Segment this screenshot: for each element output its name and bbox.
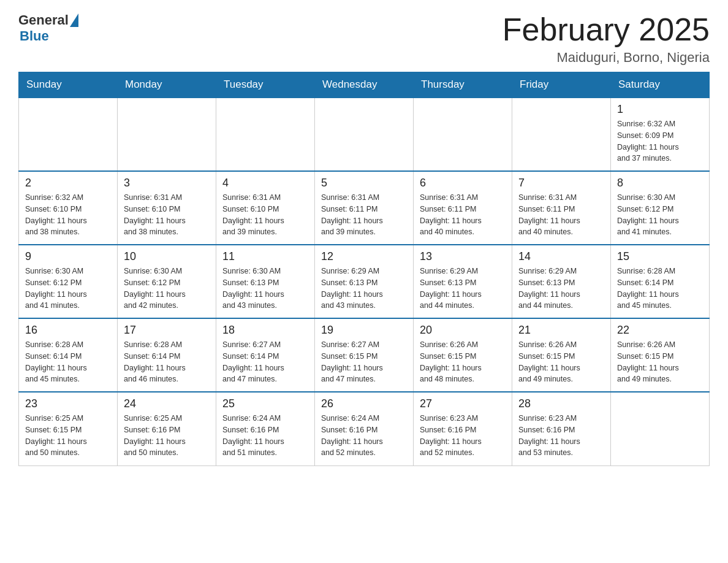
calendar-cell: 28Sunrise: 6:23 AM Sunset: 6:16 PM Dayli… — [512, 392, 611, 465]
day-info: Sunrise: 6:25 AM Sunset: 6:16 PM Dayligh… — [124, 413, 210, 459]
day-number: 6 — [420, 177, 506, 190]
day-number: 18 — [222, 324, 308, 337]
page-header: General Blue February 2025 Maiduguri, Bo… — [18, 12, 710, 66]
weekday-header-tuesday: Tuesday — [216, 72, 315, 98]
day-number: 12 — [321, 250, 407, 263]
day-number: 21 — [518, 324, 604, 337]
weekday-header-saturday: Saturday — [611, 72, 710, 98]
week-row-4: 16Sunrise: 6:28 AM Sunset: 6:14 PM Dayli… — [19, 318, 710, 392]
day-info: Sunrise: 6:27 AM Sunset: 6:15 PM Dayligh… — [321, 339, 407, 385]
weekday-header-thursday: Thursday — [414, 72, 512, 98]
calendar-cell — [512, 98, 611, 171]
calendar-cell: 21Sunrise: 6:26 AM Sunset: 6:15 PM Dayli… — [512, 318, 611, 392]
weekday-header-friday: Friday — [512, 72, 611, 98]
calendar-cell: 19Sunrise: 6:27 AM Sunset: 6:15 PM Dayli… — [315, 318, 414, 392]
month-title: February 2025 — [502, 12, 710, 47]
calendar-cell — [19, 98, 118, 171]
day-info: Sunrise: 6:28 AM Sunset: 6:14 PM Dayligh… — [124, 339, 210, 385]
calendar-cell — [611, 392, 710, 465]
day-number: 10 — [124, 250, 210, 263]
day-info: Sunrise: 6:24 AM Sunset: 6:16 PM Dayligh… — [222, 413, 308, 459]
calendar-cell — [118, 98, 216, 171]
day-info: Sunrise: 6:32 AM Sunset: 6:10 PM Dayligh… — [25, 192, 111, 238]
day-info: Sunrise: 6:23 AM Sunset: 6:16 PM Dayligh… — [518, 413, 604, 459]
day-number: 4 — [222, 177, 308, 190]
day-info: Sunrise: 6:26 AM Sunset: 6:15 PM Dayligh… — [420, 339, 506, 385]
weekday-header-wednesday: Wednesday — [315, 72, 414, 98]
logo-general-text: General — [18, 12, 69, 28]
day-number: 17 — [124, 324, 210, 337]
day-number: 15 — [617, 250, 703, 263]
title-section: February 2025 Maiduguri, Borno, Nigeria — [502, 12, 710, 66]
day-info: Sunrise: 6:28 AM Sunset: 6:14 PM Dayligh… — [617, 266, 703, 312]
day-number: 9 — [25, 250, 111, 263]
week-row-3: 9Sunrise: 6:30 AM Sunset: 6:12 PM Daylig… — [19, 245, 710, 318]
day-info: Sunrise: 6:30 AM Sunset: 6:13 PM Dayligh… — [222, 266, 308, 312]
calendar-cell: 24Sunrise: 6:25 AM Sunset: 6:16 PM Dayli… — [118, 392, 216, 465]
day-info: Sunrise: 6:31 AM Sunset: 6:11 PM Dayligh… — [321, 192, 407, 238]
day-info: Sunrise: 6:31 AM Sunset: 6:10 PM Dayligh… — [124, 192, 210, 238]
day-info: Sunrise: 6:29 AM Sunset: 6:13 PM Dayligh… — [321, 266, 407, 312]
week-row-1: 1Sunrise: 6:32 AM Sunset: 6:09 PM Daylig… — [19, 98, 710, 171]
calendar-cell: 26Sunrise: 6:24 AM Sunset: 6:16 PM Dayli… — [315, 392, 414, 465]
weekday-header-sunday: Sunday — [19, 72, 118, 98]
calendar-cell: 4Sunrise: 6:31 AM Sunset: 6:10 PM Daylig… — [216, 171, 315, 245]
calendar-cell: 15Sunrise: 6:28 AM Sunset: 6:14 PM Dayli… — [611, 245, 710, 318]
calendar-cell: 5Sunrise: 6:31 AM Sunset: 6:11 PM Daylig… — [315, 171, 414, 245]
day-number: 28 — [518, 397, 604, 410]
day-number: 7 — [518, 177, 604, 190]
logo-top: General — [18, 12, 78, 28]
day-number: 11 — [222, 250, 308, 263]
calendar-cell: 17Sunrise: 6:28 AM Sunset: 6:14 PM Dayli… — [118, 318, 216, 392]
day-info: Sunrise: 6:26 AM Sunset: 6:15 PM Dayligh… — [617, 339, 703, 385]
day-number: 3 — [124, 177, 210, 190]
day-info: Sunrise: 6:31 AM Sunset: 6:11 PM Dayligh… — [420, 192, 506, 238]
day-number: 27 — [420, 397, 506, 410]
calendar-header-row: SundayMondayTuesdayWednesdayThursdayFrid… — [19, 72, 710, 98]
calendar-cell — [216, 98, 315, 171]
calendar-cell — [414, 98, 512, 171]
calendar-cell: 6Sunrise: 6:31 AM Sunset: 6:11 PM Daylig… — [414, 171, 512, 245]
day-info: Sunrise: 6:25 AM Sunset: 6:15 PM Dayligh… — [25, 413, 111, 459]
calendar-cell: 22Sunrise: 6:26 AM Sunset: 6:15 PM Dayli… — [611, 318, 710, 392]
day-info: Sunrise: 6:30 AM Sunset: 6:12 PM Dayligh… — [124, 266, 210, 312]
calendar-cell: 13Sunrise: 6:29 AM Sunset: 6:13 PM Dayli… — [414, 245, 512, 318]
calendar-cell — [315, 98, 414, 171]
calendar-cell: 9Sunrise: 6:30 AM Sunset: 6:12 PM Daylig… — [19, 245, 118, 318]
calendar-cell: 25Sunrise: 6:24 AM Sunset: 6:16 PM Dayli… — [216, 392, 315, 465]
calendar-cell: 10Sunrise: 6:30 AM Sunset: 6:12 PM Dayli… — [118, 245, 216, 318]
calendar-cell: 14Sunrise: 6:29 AM Sunset: 6:13 PM Dayli… — [512, 245, 611, 318]
calendar-cell: 11Sunrise: 6:30 AM Sunset: 6:13 PM Dayli… — [216, 245, 315, 318]
calendar-cell: 18Sunrise: 6:27 AM Sunset: 6:14 PM Dayli… — [216, 318, 315, 392]
day-number: 5 — [321, 177, 407, 190]
day-info: Sunrise: 6:26 AM Sunset: 6:15 PM Dayligh… — [518, 339, 604, 385]
day-info: Sunrise: 6:30 AM Sunset: 6:12 PM Dayligh… — [25, 266, 111, 312]
logo-triangle-icon — [70, 13, 78, 27]
location-text: Maiduguri, Borno, Nigeria — [502, 50, 710, 66]
day-info: Sunrise: 6:32 AM Sunset: 6:09 PM Dayligh… — [617, 118, 703, 164]
day-number: 8 — [617, 177, 703, 190]
calendar-cell: 7Sunrise: 6:31 AM Sunset: 6:11 PM Daylig… — [512, 171, 611, 245]
day-number: 2 — [25, 177, 111, 190]
day-info: Sunrise: 6:23 AM Sunset: 6:16 PM Dayligh… — [420, 413, 506, 459]
logo-blue-text: Blue — [20, 28, 49, 44]
calendar-cell: 20Sunrise: 6:26 AM Sunset: 6:15 PM Dayli… — [414, 318, 512, 392]
day-info: Sunrise: 6:27 AM Sunset: 6:14 PM Dayligh… — [222, 339, 308, 385]
calendar-cell: 1Sunrise: 6:32 AM Sunset: 6:09 PM Daylig… — [611, 98, 710, 171]
day-number: 19 — [321, 324, 407, 337]
day-number: 14 — [518, 250, 604, 263]
weekday-header-monday: Monday — [118, 72, 216, 98]
day-number: 1 — [617, 103, 703, 116]
day-number: 20 — [420, 324, 506, 337]
calendar-cell: 8Sunrise: 6:30 AM Sunset: 6:12 PM Daylig… — [611, 171, 710, 245]
day-info: Sunrise: 6:31 AM Sunset: 6:11 PM Dayligh… — [518, 192, 604, 238]
calendar-cell: 3Sunrise: 6:31 AM Sunset: 6:10 PM Daylig… — [118, 171, 216, 245]
day-number: 23 — [25, 397, 111, 410]
day-info: Sunrise: 6:29 AM Sunset: 6:13 PM Dayligh… — [420, 266, 506, 312]
calendar-cell: 27Sunrise: 6:23 AM Sunset: 6:16 PM Dayli… — [414, 392, 512, 465]
day-info: Sunrise: 6:30 AM Sunset: 6:12 PM Dayligh… — [617, 192, 703, 238]
week-row-2: 2Sunrise: 6:32 AM Sunset: 6:10 PM Daylig… — [19, 171, 710, 245]
day-info: Sunrise: 6:28 AM Sunset: 6:14 PM Dayligh… — [25, 339, 111, 385]
day-info: Sunrise: 6:24 AM Sunset: 6:16 PM Dayligh… — [321, 413, 407, 459]
day-number: 13 — [420, 250, 506, 263]
